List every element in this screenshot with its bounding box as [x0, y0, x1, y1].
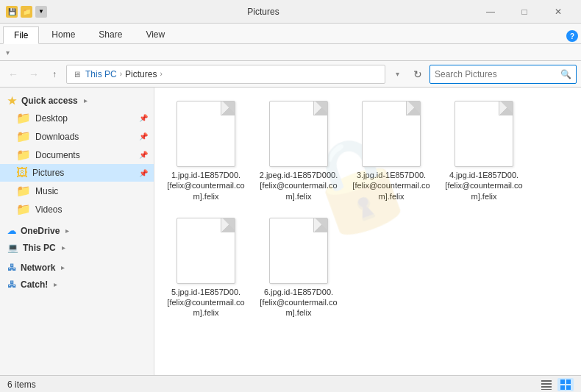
- thispc-collapse[interactable]: ▸: [62, 244, 65, 252]
- onedrive-collapse[interactable]: ▸: [65, 227, 69, 235]
- file-icon-5: [177, 218, 235, 284]
- ribbon: File Home Share View ? ▾: [0, 24, 581, 61]
- forward-button[interactable]: →: [25, 65, 43, 83]
- network-icon: 🖧: [7, 263, 16, 273]
- folder-icon-downloads: 📁: [16, 129, 31, 143]
- up-button[interactable]: ↑: [46, 65, 63, 83]
- file-icon-3: [362, 101, 421, 167]
- svg-rect-1: [541, 383, 552, 385]
- breadcrumb-thispc[interactable]: This PC: [85, 69, 117, 79]
- sidebar-item-desktop[interactable]: 📁 Desktop 📌: [0, 109, 154, 127]
- svg-rect-6: [560, 385, 565, 390]
- sidebar-label-pictures: Pictures: [32, 168, 64, 178]
- thispc-section[interactable]: 💻 This PC ▸: [0, 238, 154, 255]
- catch-icon: 🖧: [7, 279, 16, 290]
- catch-collapse[interactable]: ▸: [54, 281, 57, 288]
- file-item-5[interactable]: 5.jpg.id-1E857D00.[felix@countermail.com…: [162, 212, 250, 324]
- search-input[interactable]: [430, 69, 556, 79]
- file-item-2[interactable]: 2.jpeg.id-1E857D000.[felix@countermail.c…: [254, 95, 343, 207]
- file-name-1: 1.jpg.id-1E857D00.[felix@countermail.com…: [165, 170, 247, 202]
- sidebar-item-pictures[interactable]: 🖼 Pictures 📌: [0, 164, 154, 182]
- maximize-button[interactable]: □: [507, 0, 541, 24]
- main-layout: ★ Quick access ▸ 📁 Desktop 📌 📁 Downloads…: [0, 88, 581, 375]
- folder-icon-desktop: 📁: [16, 111, 31, 125]
- onedrive-label: OneDrive: [21, 226, 60, 236]
- pin-icon-downloads: 📌: [139, 132, 148, 140]
- pin-icon-desktop: 📌: [139, 114, 148, 122]
- file-item-6[interactable]: 6.jpg.id-1E857D00.[felix@countermail.com…: [254, 212, 343, 324]
- tab-view[interactable]: View: [135, 26, 176, 43]
- quick-access-label[interactable]: ★ Quick access ▸: [0, 90, 154, 109]
- status-bar-right: [538, 378, 574, 391]
- close-button[interactable]: ✕: [541, 0, 575, 24]
- window-title: Pictures: [53, 7, 474, 17]
- app-icon-folder: 📁: [21, 6, 32, 18]
- folder-icon-videos: 📁: [16, 202, 31, 216]
- sidebar-item-documents[interactable]: 📁 Documents 📌: [0, 146, 154, 164]
- sidebar-item-videos[interactable]: 📁 Videos: [0, 200, 154, 218]
- sidebar-item-downloads[interactable]: 📁 Downloads 📌: [0, 127, 154, 146]
- thispc-label: This PC: [23, 243, 56, 253]
- network-label: Network: [21, 263, 55, 273]
- file-fold-4: [501, 101, 513, 113]
- status-count: 6 items: [7, 379, 36, 390]
- file-item-3[interactable]: 3.jpg.id-1E857D00.[felix@countermail.com…: [347, 95, 435, 207]
- list-view-button[interactable]: [538, 378, 555, 391]
- tile-view-button[interactable]: [557, 378, 574, 391]
- app-icon-pin: ▼: [35, 6, 47, 18]
- sidebar-label-desktop: Desktop: [35, 113, 68, 124]
- svg-rect-0: [541, 380, 552, 382]
- ribbon-chevron: ▾: [6, 49, 10, 57]
- minimize-button[interactable]: —: [474, 0, 507, 24]
- sidebar-label-documents: Documents: [35, 150, 80, 160]
- file-item-4[interactable]: 4.jpg.id-1E857D00.[felix@countermail.com…: [440, 95, 528, 207]
- file-name-6: 6.jpg.id-1E857D00.[felix@countermail.com…: [257, 287, 340, 318]
- address-bar: ← → ↑ 🖥 This PC › Pictures › ▾ ↻ 🔍: [0, 61, 581, 88]
- catch-label: Catch!: [21, 279, 48, 290]
- search-box[interactable]: 🔍: [429, 65, 577, 84]
- file-icon-6: [269, 218, 328, 284]
- breadcrumb-pictures: Pictures: [125, 69, 157, 79]
- help-button[interactable]: ?: [566, 30, 578, 42]
- tab-file[interactable]: File: [3, 26, 39, 44]
- breadcrumb-end-arrow[interactable]: ›: [160, 70, 162, 78]
- file-name-3: 3.jpg.id-1E857D00.[felix@countermail.com…: [350, 170, 432, 202]
- pin-icon-documents: 📌: [139, 151, 148, 159]
- network-section[interactable]: 🖧 Network ▸: [0, 258, 154, 275]
- file-icon-2: [269, 101, 328, 167]
- sidebar: ★ Quick access ▸ 📁 Desktop 📌 📁 Downloads…: [0, 88, 154, 375]
- sidebar-item-music[interactable]: 📁 Music: [0, 182, 154, 200]
- file-name-2: 2.jpeg.id-1E857D000.[felix@countermail.c…: [257, 170, 340, 202]
- svg-rect-5: [566, 379, 571, 384]
- folder-icon-pictures: 🖼: [16, 166, 28, 179]
- file-fold-2: [316, 101, 327, 113]
- status-bar: 6 items: [0, 375, 581, 392]
- file-fold-5: [223, 218, 235, 230]
- svg-rect-2: [541, 386, 552, 388]
- file-icon-4: [455, 101, 513, 167]
- folder-icon-documents: 📁: [16, 148, 31, 162]
- recent-locations-button[interactable]: ▾: [388, 65, 406, 83]
- network-collapse[interactable]: ▸: [61, 264, 65, 271]
- onedrive-section[interactable]: ☁ OneDrive ▸: [0, 221, 154, 238]
- star-icon: ★: [7, 95, 17, 107]
- app-icon-save: 💾: [6, 6, 18, 18]
- file-icon-1: [177, 101, 235, 167]
- breadcrumb[interactable]: 🖥 This PC › Pictures ›: [66, 65, 385, 84]
- content-area: 🔒 1.jpg.id-1E857D00.[felix@countermail.c…: [154, 88, 581, 375]
- tab-share[interactable]: Share: [88, 26, 133, 43]
- catch-section[interactable]: 🖧 Catch! ▸: [0, 275, 154, 292]
- search-icon: 🔍: [556, 69, 576, 79]
- refresh-button[interactable]: ↻: [409, 65, 427, 83]
- title-bar: 💾 📁 ▼ Pictures — □ ✕: [0, 0, 581, 24]
- file-fold-6: [316, 218, 327, 230]
- onedrive-icon: ☁: [7, 226, 16, 236]
- tab-home[interactable]: Home: [40, 26, 86, 43]
- file-item-1[interactable]: 1.jpg.id-1E857D00.[felix@countermail.com…: [162, 95, 250, 207]
- back-button[interactable]: ←: [4, 65, 22, 83]
- sidebar-label-videos: Videos: [35, 204, 62, 215]
- file-fold-3: [408, 101, 420, 113]
- quick-access-collapse[interactable]: ▸: [84, 97, 88, 104]
- breadcrumb-separator: ›: [120, 70, 122, 78]
- pin-icon-pictures: 📌: [139, 169, 148, 177]
